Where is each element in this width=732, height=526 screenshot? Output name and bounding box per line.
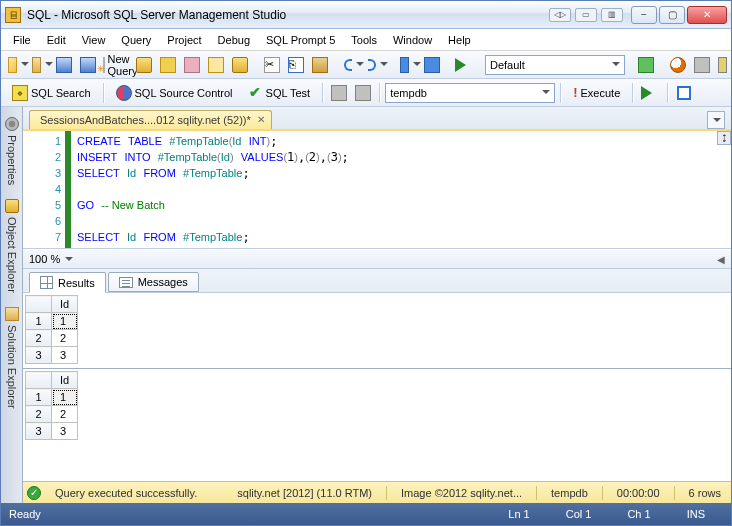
messages-tab[interactable]: Messages — [108, 272, 199, 292]
results-tab-strip: Results Messages — [23, 269, 731, 293]
registered-servers-button[interactable] — [691, 54, 713, 76]
new-query-button[interactable]: New Query — [109, 54, 131, 76]
sql-source-label: SQL Source Control — [135, 87, 233, 99]
tool-icon[interactable] — [715, 54, 732, 76]
sql-test-button[interactable]: SQL Test — [242, 82, 318, 104]
menu-file[interactable]: File — [5, 31, 39, 49]
nav-back-button[interactable] — [397, 54, 419, 76]
document-tab-close[interactable]: ✕ — [255, 114, 267, 126]
cell[interactable]: 3 — [52, 347, 78, 364]
row-header[interactable]: 1 — [26, 313, 52, 330]
redo-button[interactable] — [365, 54, 387, 76]
menu-tools[interactable]: Tools — [343, 31, 385, 49]
window-aux-button-2[interactable]: ▭ — [575, 8, 597, 22]
properties-icon — [5, 117, 19, 131]
cell[interactable]: 3 — [52, 423, 78, 440]
cell[interactable]: 1 — [52, 313, 78, 330]
cell[interactable]: 2 — [52, 406, 78, 423]
close-button[interactable]: ✕ — [687, 6, 727, 24]
menu-help[interactable]: Help — [440, 31, 479, 49]
start-debug-button[interactable] — [453, 54, 475, 76]
sql-editor-toolbar: ❖SQL Search SQL Source Control SQL Test … — [1, 79, 731, 107]
database-value: tempdb — [390, 87, 427, 99]
activity-monitor-button[interactable] — [635, 54, 657, 76]
results-pane[interactable]: Id 11 22 33 Id 11 22 33 — [23, 293, 731, 481]
line-number-gutter: 123 456 7 — [23, 131, 71, 248]
messages-icon — [119, 277, 133, 288]
cell[interactable]: 2 — [52, 330, 78, 347]
document-tab-strip: SessionsAndBatches....012 sqlity.net (52… — [23, 107, 731, 131]
ce-query-button[interactable] — [229, 54, 251, 76]
find-button[interactable] — [667, 54, 689, 76]
zoom-dropdown[interactable] — [64, 255, 73, 264]
grid-table[interactable]: Id 11 22 33 — [25, 295, 78, 364]
sidebar-solution-explorer[interactable]: Solution Explorer — [3, 301, 21, 415]
corner-cell — [26, 372, 52, 389]
menu-window[interactable]: Window — [385, 31, 440, 49]
window-title: SQL - Microsoft SQL Server Management St… — [27, 8, 549, 22]
save-button[interactable] — [53, 54, 75, 76]
open-button[interactable] — [29, 54, 51, 76]
row-header[interactable]: 3 — [26, 423, 52, 440]
analysis-dmx-button[interactable] — [181, 54, 203, 76]
result-grid-2: Id 11 22 33 — [23, 369, 731, 444]
sql-editor[interactable]: 123 456 7 CREATE TABLE #TempTable(Id INT… — [23, 131, 731, 249]
sql-test-label: SQL Test — [266, 87, 311, 99]
zoom-level[interactable]: 100 % — [29, 253, 60, 265]
sql-search-button[interactable]: ❖SQL Search — [5, 82, 98, 104]
menu-view[interactable]: View — [74, 31, 114, 49]
change-connection-button[interactable] — [352, 82, 374, 104]
status-user: Image ©2012 sqlity.net... — [395, 487, 528, 499]
undo-button[interactable] — [341, 54, 363, 76]
solution-config-combo[interactable]: Default — [485, 55, 625, 75]
results-tab[interactable]: Results — [29, 272, 106, 293]
row-header[interactable]: 2 — [26, 406, 52, 423]
database-combo[interactable]: tempdb — [385, 83, 555, 103]
sql-search-label: SQL Search — [31, 87, 91, 99]
menu-project[interactable]: Project — [159, 31, 209, 49]
menu-edit[interactable]: Edit — [39, 31, 74, 49]
title-bar: ⌸ SQL - Microsoft SQL Server Management … — [1, 1, 731, 29]
nav-forward-button[interactable] — [421, 54, 443, 76]
status-ins: INS — [669, 508, 723, 520]
cut-button[interactable]: ✂ — [261, 54, 283, 76]
analysis-mdx-button[interactable] — [157, 54, 179, 76]
solution-explorer-icon — [5, 307, 19, 321]
document-tab-active[interactable]: SessionsAndBatches....012 sqlity.net (52… — [29, 110, 272, 129]
editor-text[interactable]: CREATE TABLE #TempTable(Id INT); INSERT … — [71, 131, 731, 248]
status-rowcount: 6 rows — [683, 487, 727, 499]
minimize-button[interactable]: − — [631, 6, 657, 24]
document-tab-list-dropdown[interactable] — [707, 111, 725, 129]
row-header[interactable]: 3 — [26, 347, 52, 364]
window-aux-button-1[interactable]: ◁▷ — [549, 8, 571, 22]
column-header[interactable]: Id — [52, 296, 78, 313]
menu-sqlprompt[interactable]: SQL Prompt 5 — [258, 31, 343, 49]
column-header[interactable]: Id — [52, 372, 78, 389]
maximize-button[interactable]: ▢ — [659, 6, 685, 24]
window-aux-button-3[interactable]: ▥ — [601, 8, 623, 22]
copy-button[interactable]: ⎘ — [285, 54, 307, 76]
grid-table[interactable]: Id 11 22 33 — [25, 371, 78, 440]
execute-button[interactable]: !Execute — [566, 82, 627, 104]
new-project-button[interactable] — [5, 54, 27, 76]
menu-bar: File Edit View Query Project Debug SQL P… — [1, 29, 731, 51]
status-server: sqlity.net [2012] (11.0 RTM) — [231, 487, 378, 499]
app-icon: ⌸ — [5, 7, 21, 23]
row-header[interactable]: 2 — [26, 330, 52, 347]
split-editor-button[interactable]: ⭥ — [717, 131, 731, 145]
analysis-xmla-button[interactable] — [205, 54, 227, 76]
row-header[interactable]: 1 — [26, 389, 52, 406]
status-ready: Ready — [9, 508, 59, 520]
sidebar-object-explorer[interactable]: Object Explorer — [3, 193, 21, 299]
connect-button[interactable] — [328, 82, 350, 104]
cell[interactable]: 1 — [52, 389, 78, 406]
sql-source-control-button[interactable]: SQL Source Control — [109, 82, 240, 104]
cancel-query-button[interactable] — [673, 82, 695, 104]
sidebar-properties[interactable]: Properties — [3, 111, 21, 191]
paste-button[interactable] — [309, 54, 331, 76]
debug-button[interactable] — [638, 82, 662, 104]
db-engine-query-button[interactable] — [133, 54, 155, 76]
standard-toolbar: New Query ✂ ⎘ Default — [1, 51, 731, 79]
menu-debug[interactable]: Debug — [210, 31, 258, 49]
menu-query[interactable]: Query — [113, 31, 159, 49]
